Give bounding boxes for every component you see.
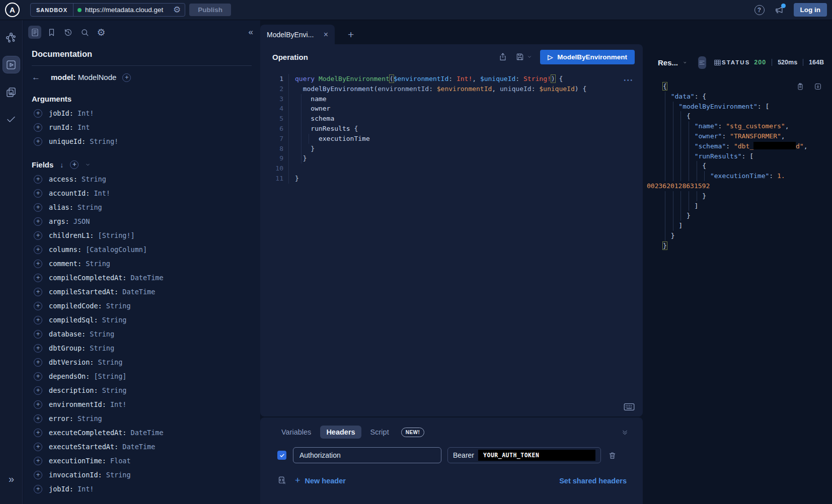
table-view-toggle-icon[interactable] [713, 58, 722, 67]
checks-icon[interactable] [3, 111, 20, 127]
add-field-icon[interactable]: + [122, 73, 131, 82]
save-options-chevron-icon[interactable] [527, 54, 532, 59]
expand-rail-icon[interactable]: » [0, 473, 23, 485]
field-dependsOn[interactable]: +dependsOn: [String] [23, 369, 260, 383]
announcements-icon[interactable] [774, 5, 784, 15]
field-invocationId[interactable]: +invocationId: String [23, 468, 260, 482]
add-to-query-icon[interactable]: + [34, 260, 42, 268]
add-to-query-icon[interactable]: + [34, 231, 42, 240]
add-to-query-icon[interactable]: + [34, 372, 42, 381]
field-jobId[interactable]: +jobId: Int! [23, 482, 260, 496]
header-key-input[interactable] [293, 447, 441, 463]
query-editor[interactable]: 1query ModelByEnvironment($environmentId… [260, 69, 643, 184]
field-dbtGroup[interactable]: +dbtGroup: String [23, 341, 260, 355]
field-columns[interactable]: +columns: [CatalogColumn] [23, 242, 260, 257]
argument-uniqueId[interactable]: +uniqueId: String! [23, 134, 260, 148]
add-to-query-icon[interactable]: + [34, 217, 42, 226]
add-to-query-icon[interactable]: + [34, 344, 42, 353]
history-icon[interactable] [61, 26, 74, 39]
search-icon[interactable] [78, 26, 91, 39]
preflight-script-icon[interactable] [277, 476, 287, 485]
field-database[interactable]: +database: String [23, 327, 260, 341]
close-tab-icon[interactable]: × [324, 31, 328, 39]
settings-icon[interactable]: ⚙ [95, 26, 108, 39]
tab-title[interactable]: ModelByEnvi... [267, 31, 319, 39]
explorer-nav-icon[interactable] [3, 56, 20, 73]
chevron-down-icon[interactable] [85, 162, 91, 167]
help-icon[interactable]: ? [754, 5, 765, 15]
query-editor-line-1[interactable]: 1query ModelByEnvironment($environmentId… [260, 74, 643, 84]
add-all-fields-icon[interactable]: + [70, 160, 79, 169]
query-editor-line-7[interactable]: 7 executionTime [260, 134, 643, 144]
field-executeCompletedAt[interactable]: +executeCompletedAt: DateTime [23, 426, 260, 440]
query-editor-line-3[interactable]: 3 name [260, 94, 643, 104]
add-to-query-icon[interactable]: + [34, 429, 42, 437]
apollo-logo-icon[interactable]: A [5, 3, 20, 17]
query-editor-line-11[interactable]: 11} [260, 174, 643, 184]
query-editor-line-10[interactable]: 10 [260, 163, 643, 174]
field-executeStartedAt[interactable]: +executeStartedAt: DateTime [23, 440, 260, 454]
add-to-query-icon[interactable]: + [34, 189, 42, 198]
field-args[interactable]: +args: JSON [23, 214, 260, 228]
header-value-field[interactable]: Bearer YOUR_AUTH_TOKEN [447, 447, 601, 463]
query-editor-line-8[interactable]: 8 } [260, 144, 643, 154]
add-to-query-icon[interactable]: + [34, 123, 42, 132]
breadcrumb-type[interactable]: ModelNode [78, 73, 117, 81]
save-operation-icon[interactable] [515, 52, 524, 61]
add-to-query-icon[interactable]: + [34, 386, 42, 395]
add-to-query-icon[interactable]: + [34, 316, 42, 324]
keyboard-shortcuts-icon[interactable] [624, 402, 635, 411]
query-editor-line-2[interactable]: 2 modelByEnvironment(environmentId: $env… [260, 84, 643, 94]
response-title[interactable]: Res... [658, 58, 678, 67]
query-editor-line-5[interactable]: 5 schema [260, 114, 643, 124]
field-executionTime[interactable]: +executionTime: Float [23, 454, 260, 468]
add-to-query-icon[interactable]: + [34, 109, 42, 118]
endpoint-settings-icon[interactable]: ⚙ [173, 6, 181, 14]
add-to-query-icon[interactable]: + [34, 137, 42, 146]
header-enabled-checkbox[interactable] [277, 451, 286, 460]
argument-runId[interactable]: +runId: Int [23, 120, 260, 134]
tab-modelbyenvironment[interactable]: ModelByEnvi... × [260, 25, 335, 44]
add-to-query-icon[interactable]: + [34, 302, 42, 310]
tab-script[interactable]: Script [364, 426, 395, 439]
editor-overflow-menu-icon[interactable]: ••• [624, 77, 634, 83]
share-operation-icon[interactable] [498, 52, 507, 61]
login-button[interactable]: Log in [794, 3, 827, 17]
query-editor-line-9[interactable]: 9 } [260, 153, 643, 163]
field-compileCompletedAt[interactable]: +compileCompletedAt: DateTime [23, 271, 260, 285]
add-to-query-icon[interactable]: + [34, 443, 42, 451]
response-chevron-icon[interactable] [683, 59, 687, 66]
field-compileStartedAt[interactable]: +compileStartedAt: DateTime [23, 285, 260, 299]
collapse-sidebar-icon[interactable]: « [249, 27, 253, 37]
add-to-query-icon[interactable]: + [34, 288, 42, 296]
back-icon[interactable]: ← [32, 72, 40, 82]
field-compiledSql[interactable]: +compiledSql: String [23, 313, 260, 327]
add-to-query-icon[interactable]: + [34, 358, 42, 367]
documentation-tab-icon[interactable] [28, 26, 41, 39]
field-comment[interactable]: +comment: String [23, 257, 260, 271]
field-accountId[interactable]: +accountId: Int! [23, 186, 260, 200]
field-dbtVersion[interactable]: +dbtVersion: String [23, 355, 260, 369]
publish-button[interactable]: Publish [189, 4, 231, 16]
new-header-button[interactable]: + New header [295, 475, 346, 486]
field-description[interactable]: +description: String [23, 383, 260, 397]
operation-collections-icon[interactable] [3, 83, 20, 100]
field-alias[interactable]: +alias: String [23, 200, 260, 214]
run-operation-button[interactable]: ▷ ModelByEnvironment [540, 50, 635, 64]
field-environmentId[interactable]: +environmentId: Int! [23, 397, 260, 411]
add-to-query-icon[interactable]: + [34, 245, 42, 254]
field-access[interactable]: +access: String [23, 172, 260, 186]
add-to-query-icon[interactable]: + [34, 485, 42, 493]
add-to-query-icon[interactable]: + [34, 203, 42, 212]
tab-headers[interactable]: Headers [320, 426, 361, 439]
schema-graph-icon[interactable] [3, 29, 20, 46]
set-shared-headers-link[interactable]: Set shared headers [559, 477, 627, 485]
sort-fields-icon[interactable]: ↓ [60, 161, 63, 169]
add-to-query-icon[interactable]: + [34, 457, 42, 465]
field-compiledCode[interactable]: +compiledCode: String [23, 299, 260, 313]
saved-collections-icon[interactable] [45, 26, 58, 39]
field-error[interactable]: +error: String [23, 411, 260, 426]
collapse-panel-icon[interactable] [621, 429, 629, 436]
raw-view-toggle-icon[interactable] [698, 56, 706, 69]
delete-header-icon[interactable] [608, 451, 617, 460]
